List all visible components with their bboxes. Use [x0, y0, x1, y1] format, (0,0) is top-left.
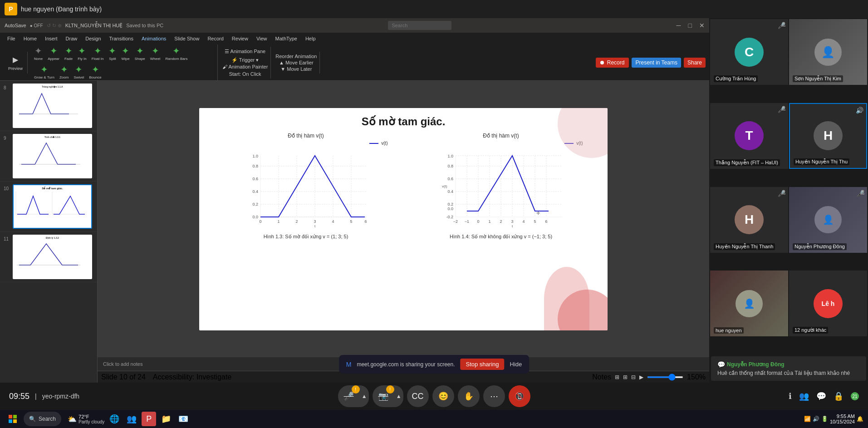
anim-shape[interactable]: ✦Shape: [133, 44, 147, 62]
svg-text:0: 0: [259, 219, 261, 224]
info-button[interactable]: ℹ: [789, 391, 792, 401]
camera-button[interactable]: 📷 !: [373, 385, 394, 407]
ppt-minimize[interactable]: ─: [677, 22, 681, 29]
chat-icon: 💬: [717, 361, 725, 368]
mic-button[interactable]: 🎤 !: [338, 385, 360, 407]
slide-num-11: 11: [4, 236, 11, 241]
menu-insert[interactable]: Insert: [41, 35, 61, 42]
view-normal[interactable]: ⊞: [615, 374, 619, 380]
taskbar-app-mail[interactable]: 📧: [176, 412, 191, 426]
menu-home[interactable]: Home: [20, 35, 40, 42]
svg-text:1.0: 1.0: [447, 154, 453, 158]
raise-hand-button[interactable]: ✋: [458, 385, 480, 407]
network-icon[interactable]: 📶: [804, 416, 811, 422]
move-earlier-btn[interactable]: ▲ Move Earlier: [279, 60, 314, 65]
anim-painter-btn[interactable]: 🖌 Animation Painter: [222, 64, 268, 69]
weather-widget[interactable]: ⛅ 72°F Partly cloudy: [68, 414, 104, 424]
emoji-button[interactable]: 😊: [432, 385, 454, 407]
present-in-teams-button[interactable]: Present in Teams: [632, 58, 681, 68]
menu-slideshow[interactable]: Slide Show: [171, 35, 203, 42]
anim-wipe[interactable]: ✦Wipe: [119, 44, 131, 62]
menu-mathtype[interactable]: MathType: [272, 35, 301, 42]
more-options-button[interactable]: ⋯: [483, 385, 505, 407]
slide-thumb-11[interactable]: 11 Định lý 1.3.2: [0, 232, 97, 282]
call-separator: |: [35, 393, 37, 400]
start-btn[interactable]: Start: On Click: [229, 71, 261, 77]
captions-button[interactable]: CC: [407, 385, 429, 407]
activities-button[interactable]: 🔒: [834, 391, 843, 401]
record-label: Record: [607, 59, 625, 66]
anim-randombars[interactable]: ✦Random Bars: [163, 44, 189, 62]
taskbar-search[interactable]: 🔍 Search: [24, 412, 61, 426]
menu-view[interactable]: View: [253, 35, 271, 42]
menu-design[interactable]: Design: [82, 35, 104, 42]
menu-review[interactable]: Review: [228, 35, 252, 42]
call-info: 09:55 | yeo-rpmz-dfh: [9, 392, 79, 401]
stop-sharing-button[interactable]: Stop sharing: [461, 359, 505, 370]
anim-floatin[interactable]: ✦Float In: [90, 44, 106, 62]
participant-tile-son: 👤 Sơn Nguyễn Thị Kim: [789, 19, 867, 85]
slide-thumb-9[interactable]: 9 Tính chất 1.3.1: [0, 131, 97, 182]
anim-wheel-label: Wheel: [150, 57, 161, 61]
anim-wheel[interactable]: ✦Wheel: [148, 44, 162, 62]
camera-chevron[interactable]: ▲: [394, 385, 403, 407]
view-reading[interactable]: ⊟: [631, 374, 636, 380]
participants-panel: C Cường Trần Hùng 🎤̶ 👤 Sơn Nguyễn Thị Ki…: [709, 18, 868, 383]
end-call-icon: 📵: [515, 391, 525, 401]
avatar-huyen: H: [814, 121, 843, 150]
move-later-btn[interactable]: ▼ Move Later: [280, 66, 312, 72]
menu-help[interactable]: Help: [302, 35, 319, 42]
preview-label: Preview: [8, 66, 23, 71]
name-hue: hue nguyen: [714, 327, 744, 334]
hide-button[interactable]: Hide: [510, 361, 522, 368]
notes-status[interactable]: Notes: [592, 373, 611, 381]
anim-flyin-label: Fly In: [78, 57, 87, 61]
anim-bounce[interactable]: ✦Bounce: [88, 63, 103, 80]
taskbar-clock[interactable]: 9:55 AM 10/15/2024: [830, 413, 855, 424]
anim-flyin[interactable]: ✦Fly In: [76, 44, 88, 62]
slide-thumb-8[interactable]: 8 Tràng nghiệm 1.1.A: [0, 81, 97, 131]
menu-animations[interactable]: Animations: [138, 35, 170, 42]
menu-transitions[interactable]: Transitions: [106, 35, 137, 42]
mic-chevron[interactable]: ▲: [360, 385, 369, 407]
trigger-btn[interactable]: ⚡ Trigger ▾: [231, 57, 259, 63]
zoom-slider[interactable]: [647, 376, 683, 378]
taskbar: 🔍 Search ⛅ 72°F Partly cloudy 🌐 👥 P 📁 📧 …: [0, 410, 868, 428]
menu-draw[interactable]: Draw: [62, 35, 81, 42]
anim-split[interactable]: ✦Split: [107, 44, 118, 62]
anim-swivel[interactable]: ✦Swivel: [72, 63, 86, 80]
menu-file[interactable]: File: [4, 35, 19, 42]
taskbar-app-teams[interactable]: 👥: [124, 412, 139, 426]
battery-icon[interactable]: 🔋: [821, 416, 828, 422]
chat-button[interactable]: 💬: [816, 391, 826, 401]
slide-thumb-10[interactable]: 10 Số mờ tam giác.: [0, 182, 97, 232]
zoom-level: 150%: [687, 373, 706, 381]
end-call-button[interactable]: 📵: [509, 385, 530, 407]
taskbar-app-explorer[interactable]: 📁: [159, 412, 173, 426]
view-presenter[interactable]: ▶: [639, 374, 643, 380]
mute-cuong: 🎤̶: [778, 22, 785, 29]
volume-icon[interactable]: 🔊: [813, 416, 819, 422]
anim-zoom[interactable]: ✦Zoom: [58, 63, 70, 80]
notification-icon[interactable]: 🔔: [857, 416, 863, 422]
menu-record[interactable]: Record: [204, 35, 227, 42]
ppt-close[interactable]: ✕: [699, 22, 705, 29]
anim-growturn[interactable]: ✦Grow & Turn: [32, 63, 56, 80]
people-button[interactable]: 👥: [799, 391, 809, 401]
taskbar-app-chrome[interactable]: 🌐: [107, 412, 122, 426]
ribbon-timing-group: Reorder Animation ▲ Move Earlier ▼ Move …: [273, 52, 320, 74]
anim-none[interactable]: ✦None: [32, 44, 44, 62]
ribbon-preview-btn[interactable]: ▶ Preview: [6, 54, 25, 72]
taskbar-app-powerpoint[interactable]: P: [142, 412, 156, 426]
svg-text:0.0: 0.0: [447, 207, 453, 211]
ppt-maximize[interactable]: □: [688, 22, 692, 29]
anim-appear[interactable]: ✦Appear: [46, 44, 61, 62]
record-button[interactable]: Record: [596, 58, 629, 68]
view-slide-sorter[interactable]: ⊞: [623, 374, 628, 380]
share-button[interactable]: Share: [684, 58, 706, 68]
anim-fade[interactable]: ✦Fade: [63, 44, 74, 62]
anim-swivel-icon: ✦: [75, 64, 83, 75]
ppt-search-input[interactable]: [388, 21, 451, 30]
start-button[interactable]: [5, 412, 21, 426]
weather-temp: 72°F: [78, 414, 104, 419]
